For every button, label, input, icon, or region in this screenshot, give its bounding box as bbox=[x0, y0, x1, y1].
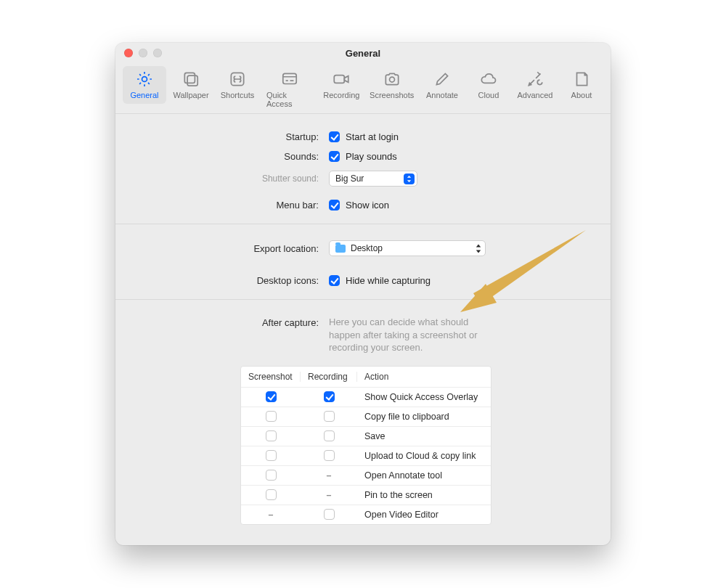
tab-annotate[interactable]: Annotate bbox=[420, 66, 464, 104]
action-label: Show Quick Access Overlay bbox=[357, 392, 491, 402]
th-screenshot: Screenshot bbox=[241, 372, 301, 382]
checkbox[interactable] bbox=[324, 430, 335, 441]
cloud-icon bbox=[478, 69, 499, 89]
dropdown-value: Big Sur bbox=[335, 173, 364, 184]
dropdown-shutter-sound[interactable]: Big Sur bbox=[329, 171, 417, 187]
tab-label: Wallpaper bbox=[173, 91, 208, 99]
table-header: Screenshot Recording Action bbox=[241, 367, 491, 387]
gear-icon bbox=[134, 69, 155, 89]
table-row: –Open Annotate tool bbox=[241, 465, 491, 485]
tab-label: General bbox=[130, 91, 158, 99]
table-row: Upload to Cloud & copy link bbox=[241, 446, 491, 465]
option-label: Start at login bbox=[346, 131, 399, 142]
checkbox[interactable] bbox=[266, 470, 277, 481]
tab-recording[interactable]: Recording bbox=[319, 66, 363, 104]
table-row: Save bbox=[241, 426, 491, 446]
svg-rect-1 bbox=[184, 73, 195, 83]
about-icon bbox=[571, 69, 592, 89]
camera-icon bbox=[382, 69, 402, 89]
shortcuts-icon bbox=[227, 69, 248, 89]
option-label: Show icon bbox=[346, 200, 389, 211]
action-label: Open Annotate tool bbox=[357, 470, 491, 481]
svg-rect-4 bbox=[282, 73, 295, 83]
tab-label: Recording bbox=[323, 91, 359, 99]
checkbox[interactable] bbox=[324, 450, 335, 461]
after-capture-table: Screenshot Recording Action Show Quick A… bbox=[240, 366, 492, 525]
dropdown-export-location[interactable]: Desktop bbox=[329, 240, 486, 256]
action-label: Upload to Cloud & copy link bbox=[357, 451, 491, 461]
checkbox[interactable] bbox=[266, 411, 277, 422]
action-label: Open Video Editor bbox=[357, 510, 491, 520]
tab-label: Cloud bbox=[478, 91, 499, 99]
tab-label: Annotate bbox=[426, 91, 458, 99]
folder-icon bbox=[335, 245, 346, 253]
tab-label: Quick Access bbox=[266, 91, 312, 108]
tab-label: About bbox=[571, 91, 592, 99]
label-startup: Startup: bbox=[115, 131, 319, 142]
tab-shortcuts[interactable]: Shortcuts bbox=[216, 66, 259, 104]
action-label: Save bbox=[357, 431, 491, 441]
checkbox-start-at-login[interactable]: Start at login bbox=[329, 131, 596, 142]
na-indicator: – bbox=[324, 490, 335, 500]
tab-screenshots[interactable]: Screenshots bbox=[366, 66, 417, 104]
table-row: –Pin to the screen bbox=[241, 485, 491, 505]
tab-advanced[interactable]: Advanced bbox=[513, 66, 557, 104]
tools-icon bbox=[525, 69, 545, 89]
action-label: Pin to the screen bbox=[357, 490, 491, 500]
checkbox[interactable] bbox=[324, 411, 335, 422]
minimize-icon[interactable] bbox=[139, 49, 147, 57]
label-shutter-sound: Shutter sound: bbox=[115, 173, 319, 184]
svg-rect-2 bbox=[187, 75, 197, 86]
th-action: Action bbox=[357, 372, 491, 382]
content: Startup: Start at login Sounds: Play sou… bbox=[115, 114, 611, 525]
action-label: Copy file to clipboard bbox=[357, 412, 491, 422]
wallpaper-icon bbox=[181, 69, 201, 89]
label-after-capture: After capture: bbox=[115, 316, 319, 328]
preferences-window: General General Wallpaper bbox=[115, 43, 611, 545]
checkbox[interactable] bbox=[324, 391, 335, 402]
svg-point-6 bbox=[389, 77, 394, 82]
recording-icon bbox=[331, 69, 351, 89]
label-desktop-icons: Desktop icons: bbox=[115, 275, 319, 286]
checkbox[interactable] bbox=[266, 450, 277, 461]
tab-about[interactable]: About bbox=[560, 66, 603, 104]
na-indicator: – bbox=[324, 470, 335, 481]
th-recording: Recording bbox=[301, 372, 357, 382]
titlebar: General bbox=[115, 43, 611, 63]
table-row: Show Quick Access Overlay bbox=[241, 387, 491, 407]
tab-label: Shortcuts bbox=[221, 91, 254, 99]
option-label: Hide while capturing bbox=[346, 275, 431, 286]
checkbox-show-icon[interactable]: Show icon bbox=[329, 200, 596, 211]
close-icon[interactable] bbox=[124, 49, 133, 57]
table-row: –Open Video Editor bbox=[241, 505, 491, 524]
quick-access-icon bbox=[280, 69, 300, 89]
tab-label: Screenshots bbox=[370, 91, 414, 99]
zoom-icon[interactable] bbox=[153, 49, 162, 57]
option-label: Play sounds bbox=[346, 151, 397, 162]
toolbar: General Wallpaper Shortcuts bbox=[115, 63, 611, 114]
tab-cloud[interactable]: Cloud bbox=[467, 66, 510, 104]
na-indicator: – bbox=[266, 510, 277, 520]
chevron-updown-icon bbox=[404, 173, 415, 184]
checkbox[interactable] bbox=[266, 430, 277, 441]
checkbox[interactable] bbox=[324, 509, 335, 520]
tab-general[interactable]: General bbox=[123, 66, 166, 104]
tab-label: Advanced bbox=[518, 91, 553, 99]
chevron-updown-icon bbox=[474, 244, 483, 253]
label-export-location: Export location: bbox=[115, 243, 319, 254]
checkbox-play-sounds[interactable]: Play sounds bbox=[329, 151, 596, 162]
tab-quick-access[interactable]: Quick Access bbox=[262, 66, 317, 113]
checkbox[interactable] bbox=[266, 489, 277, 500]
after-capture-hint: Here you can decide what should happen a… bbox=[329, 316, 481, 354]
pencil-icon bbox=[432, 69, 452, 89]
window-title: General bbox=[115, 48, 611, 59]
tab-wallpaper[interactable]: Wallpaper bbox=[169, 66, 213, 104]
svg-point-0 bbox=[142, 77, 147, 82]
checkbox[interactable] bbox=[266, 391, 277, 402]
checkbox-hide-while-capturing[interactable]: Hide while capturing bbox=[329, 275, 596, 286]
label-menu-bar: Menu bar: bbox=[115, 200, 319, 211]
label-sounds: Sounds: bbox=[115, 151, 319, 162]
dropdown-value: Desktop bbox=[351, 243, 383, 253]
svg-rect-5 bbox=[335, 75, 345, 83]
table-row: Copy file to clipboard bbox=[241, 407, 491, 426]
